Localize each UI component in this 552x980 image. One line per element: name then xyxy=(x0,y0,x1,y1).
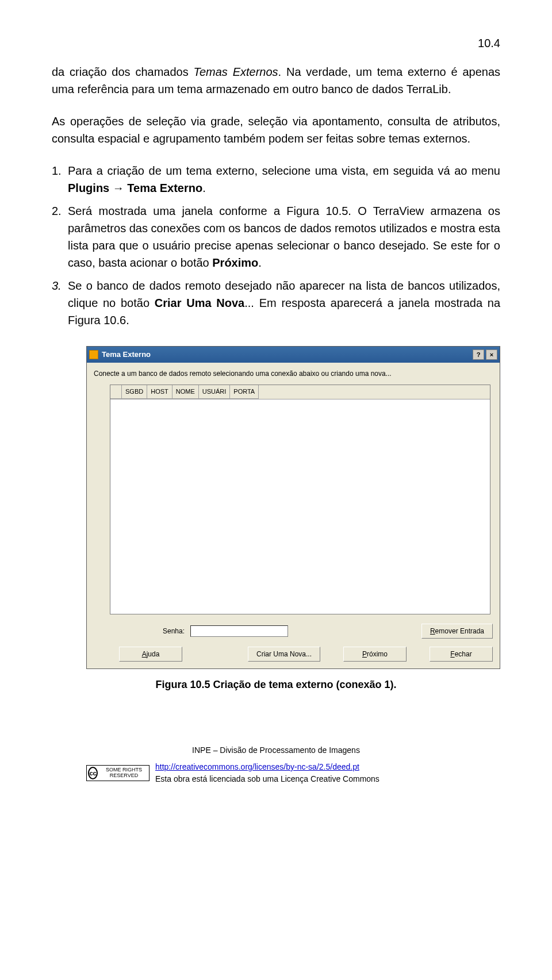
cc-desc: Esta obra está licenciada sob uma Licenç… xyxy=(155,774,379,783)
p1-italic: Temas Externos xyxy=(194,66,278,78)
cc-row: cc SOME RIGHTS RESERVED http://creativec… xyxy=(86,761,500,785)
li1-a: Para a criação de um tema externo, selec… xyxy=(68,164,500,177)
li1-c: . xyxy=(202,182,206,194)
col-nome[interactable]: NOME xyxy=(172,385,199,399)
li3-criar: Criar Uma Nova xyxy=(155,297,244,309)
li2-a: Será mostrada uma janela conforme a Figu… xyxy=(68,205,500,269)
ajuda-button[interactable]: Ajuda xyxy=(119,647,182,662)
li1-plugins: Plugins xyxy=(68,182,109,194)
list-num-2: 2. xyxy=(52,202,62,220)
cc-text: http://creativecommons.org/licenses/by-n… xyxy=(155,761,379,785)
senha-input[interactable] xyxy=(190,625,288,637)
col-porta[interactable]: PORTA xyxy=(230,385,259,399)
list-item-3: 3. Se o banco de dados remoto desejado n… xyxy=(52,277,500,329)
col-usuario[interactable]: USUÁRI xyxy=(199,385,231,399)
remover-entrada-button[interactable]: Remover Entrada xyxy=(421,624,493,639)
page-footer: INPE – Divisão de Processamento de Image… xyxy=(52,744,500,785)
figure-caption: Figura 10.5 Criação de tema externo (con… xyxy=(52,677,500,693)
dialog-instruction: Conecte a um banco de dados remoto selec… xyxy=(94,368,493,379)
cc-link[interactable]: http://creativecommons.org/licenses/by-n… xyxy=(155,761,379,773)
list-item-2: 2. Será mostrada uma janela conforme a F… xyxy=(52,202,500,271)
arrow-icon: → xyxy=(109,182,127,194)
dialog-body: Conecte a um banco de dados remoto selec… xyxy=(87,363,500,668)
paragraph-2: As operações de seleção via grade, seleç… xyxy=(52,113,500,147)
fechar-button[interactable]: Fechar xyxy=(430,647,493,662)
figure-dialog: Tema Externo ? × Conecte a um banco de d… xyxy=(86,346,500,669)
remover-rest: emover Entrada xyxy=(435,627,484,635)
help-button[interactable]: ? xyxy=(473,349,484,360)
cc-badge: cc SOME RIGHTS RESERVED xyxy=(86,765,150,781)
list-num-1: 1. xyxy=(52,162,62,179)
list-num-3: 3. xyxy=(52,277,62,294)
close-button[interactable]: × xyxy=(486,349,497,360)
row-buttons: Ajuda Criar Uma Nova... Próximo Fechar xyxy=(94,647,493,662)
row-senha: Senha: Remover Entrada xyxy=(94,624,493,639)
app-icon xyxy=(89,350,98,359)
page-number: 10.4 xyxy=(52,34,500,52)
li1-tema-externo: Tema Externo xyxy=(127,182,202,194)
list-item-1: 1. Para a criação de um tema externo, se… xyxy=(52,162,500,197)
proximo-button[interactable]: Próximo xyxy=(343,647,407,662)
dialog-window: Tema Externo ? × Conecte a um banco de d… xyxy=(86,346,500,669)
criar-uma-nova-button[interactable]: Criar Uma Nova... xyxy=(248,647,320,662)
table-corner xyxy=(110,385,122,399)
cc-icon: cc xyxy=(88,767,98,779)
li2-c: . xyxy=(258,256,262,269)
li2-proximo: Próximo xyxy=(212,256,258,269)
p1-text-a: da criação dos chamados xyxy=(52,66,194,78)
col-host[interactable]: HOST xyxy=(147,385,172,399)
cc-badge-text: SOME RIGHTS RESERVED xyxy=(100,767,148,779)
table-header-row: SGBD HOST NOME USUÁRI PORTA xyxy=(110,385,490,399)
dialog-titlebar[interactable]: Tema Externo ? × xyxy=(87,347,500,363)
senha-label: Senha: xyxy=(163,626,185,636)
footer-org: INPE – Divisão de Processamento de Image… xyxy=(52,744,500,756)
col-sgbd[interactable]: SGBD xyxy=(122,385,147,399)
paragraph-1: da criação dos chamados Temas Externos. … xyxy=(52,63,500,98)
dialog-title: Tema Externo xyxy=(102,349,151,360)
connection-table[interactable]: SGBD HOST NOME USUÁRI PORTA xyxy=(110,385,490,614)
